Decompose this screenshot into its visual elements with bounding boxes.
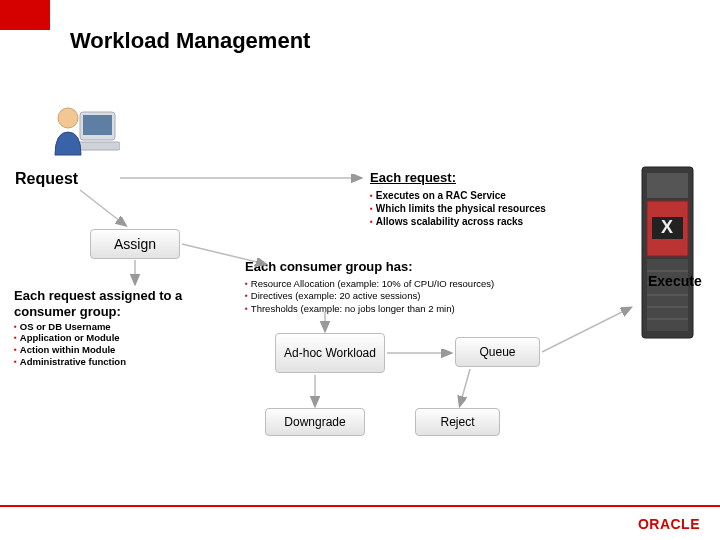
svg-line-23 <box>542 308 630 352</box>
footer: ORACLE <box>0 505 720 540</box>
oracle-logo-text: ORACLE <box>638 516 700 532</box>
svg-line-22 <box>460 369 470 405</box>
svg-line-18 <box>182 244 265 264</box>
svg-line-15 <box>80 190 125 225</box>
flow-arrows <box>0 0 720 540</box>
oracle-logo: ORACLE <box>638 516 700 532</box>
